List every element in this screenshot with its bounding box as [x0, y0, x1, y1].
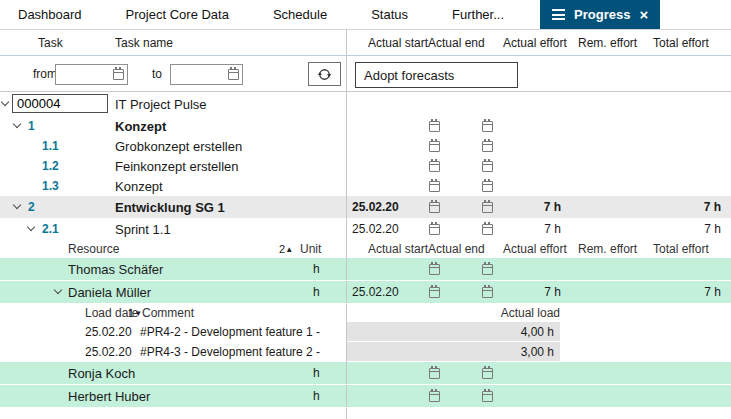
collapse-icon[interactable] [27, 223, 35, 231]
adopt-forecasts-button[interactable]: Adopt forecasts [355, 62, 518, 88]
calendar-icon[interactable] [113, 69, 124, 80]
actual-effort-cell [503, 362, 575, 384]
sort-asc-icon [285, 245, 293, 254]
col-actual-start[interactable]: Actual start [368, 242, 428, 256]
actual-start-cell [347, 385, 445, 407]
calendar-icon[interactable] [429, 202, 440, 213]
task-number[interactable]: 1 [28, 119, 35, 133]
calendar-icon[interactable] [482, 141, 493, 152]
calendar-icon[interactable] [429, 264, 440, 275]
tab-progress-active[interactable]: Progress [540, 0, 660, 29]
col-total-effort[interactable]: Total effort [653, 242, 709, 256]
col-task-name[interactable]: Task name [115, 36, 173, 50]
calendar-icon[interactable] [429, 287, 440, 298]
collapse-icon[interactable] [13, 201, 21, 209]
col-actual-effort[interactable]: Actual effort [503, 242, 567, 256]
to-date-input[interactable] [171, 65, 228, 84]
resource-unit: h [313, 366, 320, 380]
task-name[interactable]: Konzept [115, 179, 163, 194]
tab-label: Schedule [273, 7, 327, 22]
resource-name[interactable]: Thomas Schäfer [68, 262, 163, 277]
project-name[interactable]: IT Project Pulse [115, 97, 207, 112]
task-number[interactable]: 1.1 [42, 139, 59, 153]
calendar-icon[interactable] [482, 181, 493, 192]
actual-end-cell [445, 116, 503, 136]
rem-effort-cell [575, 176, 651, 196]
col-rem-effort[interactable]: Rem. effort [578, 242, 637, 256]
calendar-icon[interactable] [429, 121, 440, 132]
tab-dashboard[interactable]: Dashboard [2, 0, 98, 29]
task-row: 1.2 Feinkonzept erstellen [0, 156, 731, 176]
col-actual-end[interactable]: Actual end [428, 242, 485, 256]
col-actual-end[interactable]: Actual end [428, 36, 485, 50]
calendar-icon[interactable] [482, 224, 493, 235]
from-date-field[interactable] [55, 64, 128, 85]
collapse-icon[interactable] [1, 98, 9, 106]
actual-end-cell [445, 176, 503, 196]
close-icon[interactable] [639, 7, 648, 22]
calendar-icon[interactable] [429, 224, 440, 235]
col-rem-effort[interactable]: Rem. effort [578, 36, 637, 50]
project-id-input[interactable] [12, 94, 108, 113]
task-number[interactable]: 2 [28, 200, 35, 214]
calendar-icon[interactable] [429, 368, 440, 379]
tab-status[interactable]: Status [355, 0, 424, 29]
calendar-icon[interactable] [429, 161, 440, 172]
tab-schedule[interactable]: Schedule [257, 0, 343, 29]
actual-start-cell: 25.02.20 [347, 218, 445, 240]
task-name[interactable]: Feinkonzept erstellen [115, 159, 239, 174]
task-name[interactable]: Grobkonzept erstellen [115, 139, 242, 154]
collapse-icon[interactable] [54, 286, 62, 294]
col-comment[interactable]: Comment [142, 306, 194, 320]
task-name[interactable]: Entwicklung SG 1 [115, 200, 225, 215]
resource-unit: h [313, 389, 320, 403]
col-unit[interactable]: Unit [300, 242, 321, 256]
sort-indicator[interactable]: 2 [279, 243, 293, 255]
calendar-icon[interactable] [228, 69, 239, 80]
table-header-row: Task Task name Actual start Actual end A… [0, 30, 731, 56]
calendar-icon[interactable] [482, 287, 493, 298]
calendar-icon[interactable] [429, 141, 440, 152]
task-number[interactable]: 2.1 [42, 222, 59, 236]
resource-name[interactable]: Ronja Koch [68, 366, 135, 381]
task-number[interactable]: 1.2 [42, 159, 59, 173]
header-left: Task Task name [0, 30, 347, 55]
calendar-icon[interactable] [429, 391, 440, 402]
total-effort-cell [651, 156, 731, 176]
tab-project-core-data[interactable]: Project Core Data [110, 0, 245, 29]
resource-name[interactable]: Herbert Huber [68, 389, 150, 404]
calendar-icon[interactable] [429, 181, 440, 192]
collapse-icon[interactable] [13, 120, 21, 128]
resource-name[interactable]: Daniela Müller [68, 285, 151, 300]
col-resource[interactable]: Resource [68, 242, 119, 256]
calendar-icon[interactable] [482, 264, 493, 275]
sort-indicator[interactable]: 1 [128, 307, 142, 319]
calendar-icon[interactable] [482, 202, 493, 213]
total-effort-cell [651, 116, 731, 136]
calendar-icon[interactable] [482, 161, 493, 172]
col-actual-effort[interactable]: Actual effort [503, 36, 567, 50]
col-actual-start[interactable]: Actual start [368, 36, 428, 50]
refresh-button[interactable] [308, 62, 341, 86]
col-task[interactable]: Task [38, 36, 63, 50]
task-number[interactable]: 1.3 [42, 179, 59, 193]
calendar-icon[interactable] [482, 121, 493, 132]
menu-icon[interactable] [552, 9, 565, 20]
calendar-icon[interactable] [482, 391, 493, 402]
total-effort-cell: 7 h [651, 218, 731, 240]
load-header-row: Load date 1 Comment Actual load [0, 304, 731, 322]
project-root-row: IT Project Pulse [0, 92, 731, 116]
task-name[interactable]: Sprint 1.1 [115, 222, 171, 237]
task-name[interactable]: Konzept [115, 119, 166, 134]
resource-header-row: Resource 2 Unit Actual start Actual end … [0, 240, 731, 258]
tab-label: Dashboard [18, 7, 82, 22]
actual-end-cell [445, 196, 503, 218]
from-date-input[interactable] [56, 65, 113, 84]
calendar-icon[interactable] [482, 368, 493, 379]
col-total-effort[interactable]: Total effort [653, 36, 709, 50]
to-date-field[interactable] [170, 64, 243, 85]
rem-effort-cell [575, 116, 651, 136]
col-actual-load[interactable]: Actual load [501, 306, 560, 320]
load-row: 25.02.20 #PR4-3 - Development feature 2 … [0, 342, 731, 362]
tab-further[interactable]: Further... [436, 0, 520, 29]
